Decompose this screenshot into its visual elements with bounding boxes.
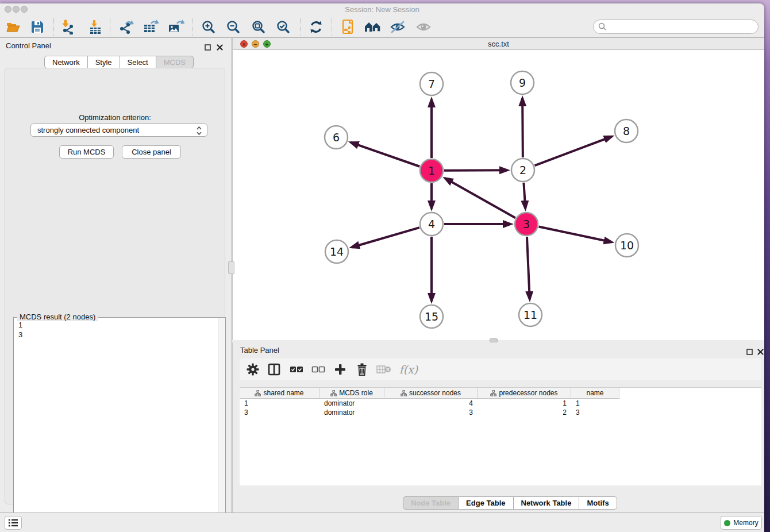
criterion-dropdown[interactable]: strongly connected component bbox=[30, 124, 207, 137]
first-neighbors-icon[interactable] bbox=[364, 18, 382, 36]
node-1[interactable]: 1 bbox=[420, 159, 443, 182]
close-panel-icon[interactable] bbox=[217, 43, 224, 49]
import-network-icon[interactable] bbox=[59, 18, 76, 36]
tab-network[interactable]: Network bbox=[44, 56, 88, 68]
panel-divider-grip[interactable] bbox=[228, 261, 234, 274]
zoom-fit-icon[interactable] bbox=[250, 18, 267, 36]
tab-mcds[interactable]: MCDS bbox=[156, 56, 194, 68]
node-8[interactable]: 8 bbox=[615, 119, 638, 142]
column-header-name[interactable]: name bbox=[571, 388, 619, 399]
svg-text:1: 1 bbox=[428, 164, 435, 177]
edge-2-8[interactable] bbox=[535, 137, 612, 166]
task-history-button[interactable] bbox=[5, 516, 22, 530]
unselect-all-checkboxes-icon[interactable] bbox=[310, 361, 327, 377]
edge-1-2[interactable] bbox=[444, 170, 507, 171]
column-header-MCDS-role[interactable]: MCDS role bbox=[319, 388, 384, 399]
column-header-predecessor-nodes[interactable]: predecessor nodes bbox=[478, 388, 571, 399]
tab-network-table[interactable]: Network Table bbox=[514, 496, 580, 510]
edge-2-3[interactable] bbox=[523, 183, 525, 209]
mcds-result-item[interactable]: 1 bbox=[18, 320, 217, 330]
tab-style[interactable]: Style bbox=[88, 56, 120, 68]
table-cell[interactable]: 1 bbox=[571, 399, 619, 408]
table-tabs: Node TableEdge TableNetwork TableMotifs bbox=[403, 496, 617, 510]
node-4[interactable]: 4 bbox=[420, 213, 443, 236]
export-network-icon[interactable] bbox=[118, 18, 135, 36]
table-cell[interactable]: 3 bbox=[571, 408, 619, 417]
edge-3-1[interactable] bbox=[445, 178, 515, 218]
zoom-selected-icon[interactable] bbox=[275, 18, 292, 36]
node-3[interactable]: 3 bbox=[515, 213, 538, 236]
tab-select[interactable]: Select bbox=[120, 56, 156, 68]
hierarchy-icon bbox=[255, 390, 261, 396]
node-15[interactable]: 15 bbox=[420, 305, 443, 328]
delete-columns-icon[interactable] bbox=[375, 361, 392, 377]
table-row[interactable]: 1dominator411 bbox=[240, 399, 619, 408]
horizontal-divider-grip[interactable] bbox=[490, 338, 498, 342]
hide-selected-icon[interactable] bbox=[389, 18, 406, 36]
table-cell[interactable]: 1 bbox=[240, 399, 319, 408]
import-table-icon[interactable] bbox=[87, 18, 104, 36]
edge-3-10[interactable] bbox=[539, 227, 612, 242]
edge-4-14[interactable] bbox=[352, 228, 419, 247]
column-header-successor-nodes[interactable]: successor nodes bbox=[384, 388, 478, 399]
node-11[interactable]: 11 bbox=[519, 303, 542, 326]
table-cell[interactable]: dominator bbox=[319, 408, 384, 417]
table-cell[interactable]: 3 bbox=[384, 408, 478, 417]
edge-3-11[interactable] bbox=[527, 237, 530, 299]
add-row-icon[interactable] bbox=[332, 361, 349, 377]
toolbar-separator bbox=[300, 18, 301, 36]
select-all-checkboxes-icon[interactable] bbox=[288, 361, 305, 377]
table-cell[interactable]: 4 bbox=[384, 399, 478, 408]
zoom-out-icon[interactable] bbox=[225, 18, 242, 36]
float-table-panel-icon[interactable] bbox=[746, 347, 753, 354]
clone-network-icon[interactable] bbox=[339, 18, 356, 36]
optimization-criterion-label: Optimization criterion: bbox=[5, 113, 225, 122]
show-all-icon[interactable] bbox=[415, 18, 432, 36]
refresh-layout-icon[interactable] bbox=[307, 18, 325, 36]
mcds-result-list[interactable]: 13 bbox=[15, 320, 217, 532]
search-input[interactable] bbox=[593, 20, 759, 34]
node-14[interactable]: 14 bbox=[325, 240, 348, 263]
open-session-icon[interactable] bbox=[5, 18, 22, 36]
node-table[interactable]: shared nameMCDS rolesuccessor nodesprede… bbox=[240, 387, 761, 485]
close-panel-button[interactable]: Close panel bbox=[122, 145, 181, 159]
edge-1-6[interactable] bbox=[351, 142, 419, 167]
node-9[interactable]: 9 bbox=[511, 71, 534, 94]
settings-gear-icon[interactable] bbox=[244, 361, 261, 377]
mcds-panel: Optimization criterion: strongly connect… bbox=[5, 68, 225, 504]
status-bar: Memory bbox=[0, 512, 764, 532]
table-cell[interactable]: 1 bbox=[478, 399, 571, 408]
close-table-panel-icon[interactable] bbox=[757, 347, 764, 354]
function-builder-icon[interactable]: f(x) bbox=[396, 361, 421, 377]
network-graph-canvas[interactable]: 1234678910111415 bbox=[233, 50, 764, 340]
zoom-in-icon[interactable] bbox=[200, 18, 217, 36]
result-scrollbar[interactable] bbox=[218, 318, 225, 532]
tab-edge-table[interactable]: Edge Table bbox=[459, 496, 513, 510]
export-table-icon[interactable] bbox=[143, 18, 160, 36]
table-cell[interactable]: 2 bbox=[478, 408, 571, 417]
table-cell[interactable]: dominator bbox=[319, 399, 384, 408]
memory-button[interactable]: Memory bbox=[721, 516, 762, 530]
tab-motifs[interactable]: Motifs bbox=[579, 496, 617, 510]
save-session-icon[interactable] bbox=[29, 18, 46, 36]
table-row[interactable]: 3dominator323 bbox=[240, 408, 619, 417]
column-header-shared-name[interactable]: shared name bbox=[240, 388, 319, 399]
table-panel: Table Panel bbox=[232, 342, 764, 512]
export-image-icon[interactable] bbox=[167, 18, 184, 36]
delete-rows-icon[interactable] bbox=[353, 361, 371, 377]
dropdown-stepper-icon bbox=[197, 126, 202, 135]
show-columns-icon[interactable] bbox=[265, 361, 283, 377]
edge-2-9[interactable] bbox=[522, 98, 523, 157]
mcds-result-item[interactable]: 3 bbox=[18, 330, 217, 340]
mcds-result-box: MCDS result (2 nodes) 13 bbox=[13, 317, 226, 532]
node-7[interactable]: 7 bbox=[420, 72, 443, 95]
table-cell[interactable]: 3 bbox=[240, 408, 319, 417]
node-2[interactable]: 2 bbox=[511, 159, 534, 182]
criterion-value: strongly connected component bbox=[37, 126, 139, 134]
run-mcds-button[interactable]: Run MCDS bbox=[59, 145, 114, 159]
table-header-row: shared nameMCDS rolesuccessor nodesprede… bbox=[240, 388, 619, 399]
float-panel-icon[interactable] bbox=[205, 43, 211, 49]
node-6[interactable]: 6 bbox=[325, 126, 348, 149]
tab-node-table[interactable]: Node Table bbox=[403, 496, 459, 510]
node-10[interactable]: 10 bbox=[615, 234, 638, 257]
